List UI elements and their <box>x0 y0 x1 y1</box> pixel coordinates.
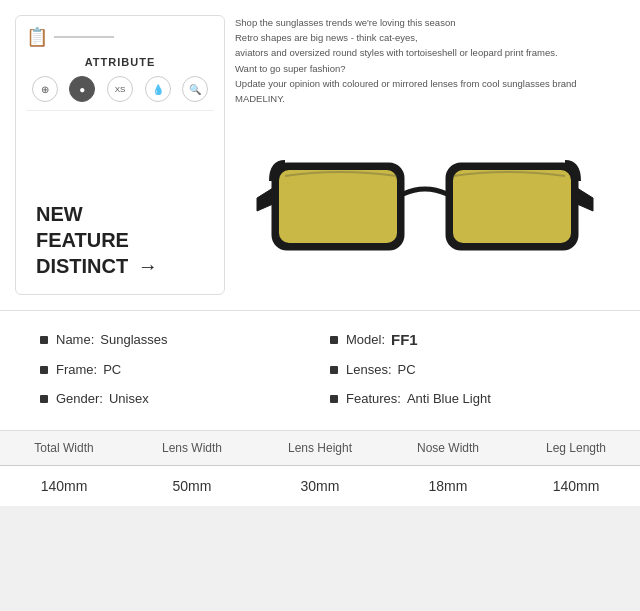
header-lens-width: Lens Width <box>128 431 256 465</box>
bullet-gender <box>40 395 48 403</box>
search-icon-button[interactable]: 🔍 <box>182 76 208 102</box>
value-name: Sunglasses <box>100 332 167 347</box>
value-lens-height: 30mm <box>256 466 384 506</box>
svg-rect-3 <box>453 170 571 243</box>
new-feature-text: NEW FEATURE DISTINCT → <box>36 201 204 279</box>
value-frame: PC <box>103 362 121 377</box>
new-feature-line3: DISTINCT <box>36 255 128 277</box>
label-lenses: Lenses: <box>346 362 392 377</box>
sidebar-line <box>54 36 114 38</box>
arrow-icon: → <box>138 253 158 279</box>
desc-line1: Shop the sunglasses trends we're loving … <box>235 17 455 28</box>
bullet-frame <box>40 366 48 374</box>
details-grid: Name: Sunglasses Model: FF1 Frame: PC Le… <box>40 331 600 410</box>
bullet-model <box>330 336 338 344</box>
bullet-features <box>330 395 338 403</box>
header-lens-height: Lens Height <box>256 431 384 465</box>
detail-row-features: Features: Anti Blue Light <box>330 391 600 406</box>
detail-row-frame: Frame: PC <box>40 362 310 377</box>
glasses-svg <box>255 126 595 286</box>
value-model: FF1 <box>391 331 418 348</box>
value-leg-length: 140mm <box>512 466 640 506</box>
size-icon-button[interactable]: XS <box>107 76 133 102</box>
desc-line2: Retro shapes are big news - think cat-ey… <box>235 32 418 43</box>
value-nose-width: 18mm <box>384 466 512 506</box>
product-section: 📋 ATTRIBUTE ⊕ ● XS 💧 🔍 NEW FEATURE DISTI… <box>0 0 640 310</box>
detail-row-model: Model: FF1 <box>330 331 600 348</box>
product-content: Shop the sunglasses trends we're loving … <box>225 15 625 295</box>
measurements-values: 140mm 50mm 30mm 18mm 140mm <box>0 466 640 506</box>
drop-icon-button[interactable]: 💧 <box>145 76 171 102</box>
label-features: Features: <box>346 391 401 406</box>
measurements-section: Total Width Lens Width Lens Height Nose … <box>0 430 640 506</box>
bullet-name <box>40 336 48 344</box>
new-feature-line2: FEATURE <box>36 229 129 251</box>
details-section: Name: Sunglasses Model: FF1 Frame: PC Le… <box>0 310 640 430</box>
header-leg-length: Leg Length <box>512 431 640 465</box>
value-lenses: PC <box>398 362 416 377</box>
value-total-width: 140mm <box>0 466 128 506</box>
glasses-image-container <box>235 116 615 296</box>
new-feature-line1: NEW <box>36 203 83 225</box>
measurements-header: Total Width Lens Width Lens Height Nose … <box>0 431 640 466</box>
new-feature: NEW FEATURE DISTINCT → <box>26 191 214 289</box>
sidebar: 📋 ATTRIBUTE ⊕ ● XS 💧 🔍 NEW FEATURE DISTI… <box>15 15 225 295</box>
sidebar-top: 📋 <box>26 26 214 48</box>
sidebar-icons-row: ⊕ ● XS 💧 🔍 <box>26 76 214 111</box>
dot-icon-button[interactable]: ● <box>69 76 95 102</box>
header-total-width: Total Width <box>0 431 128 465</box>
document-icon: 📋 <box>26 26 48 48</box>
label-model: Model: <box>346 332 385 347</box>
detail-row-lenses: Lenses: PC <box>330 362 600 377</box>
attribute-label: ATTRIBUTE <box>26 56 214 68</box>
product-description: Shop the sunglasses trends we're loving … <box>235 15 615 106</box>
detail-row-gender: Gender: Unisex <box>40 391 310 406</box>
globe-icon-button[interactable]: ⊕ <box>32 76 58 102</box>
label-gender: Gender: <box>56 391 103 406</box>
value-lens-width: 50mm <box>128 466 256 506</box>
desc-line3: aviators and oversized round styles with… <box>235 47 558 58</box>
label-name: Name: <box>56 332 94 347</box>
header-nose-width: Nose Width <box>384 431 512 465</box>
main-container: 📋 ATTRIBUTE ⊕ ● XS 💧 🔍 NEW FEATURE DISTI… <box>0 0 640 611</box>
detail-row-name: Name: Sunglasses <box>40 331 310 348</box>
value-gender: Unisex <box>109 391 149 406</box>
label-frame: Frame: <box>56 362 97 377</box>
bullet-lenses <box>330 366 338 374</box>
desc-line4: Want to go super fashion? <box>235 63 346 74</box>
value-features: Anti Blue Light <box>407 391 491 406</box>
svg-rect-1 <box>279 170 397 243</box>
desc-line5: Update your opinion with coloured or mir… <box>235 78 577 104</box>
